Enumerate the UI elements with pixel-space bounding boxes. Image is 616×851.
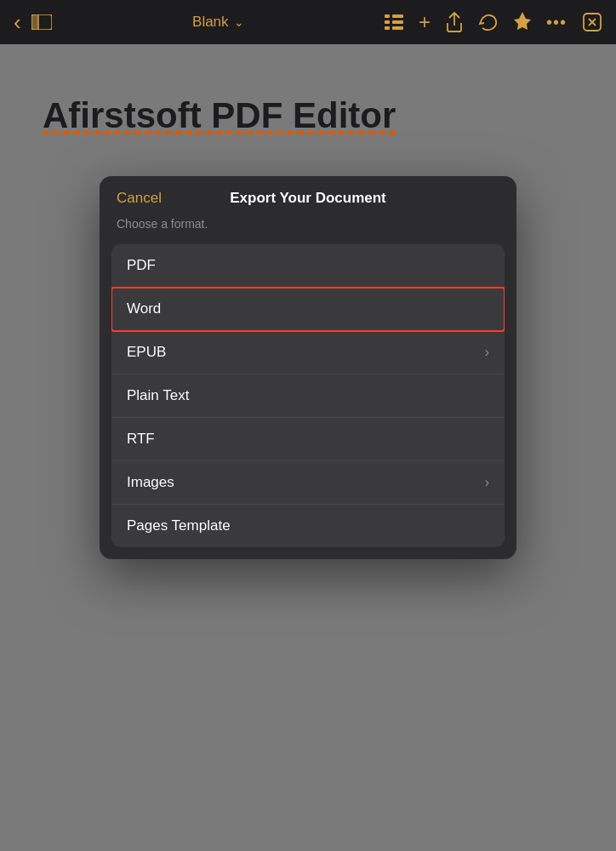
svg-rect-8 (392, 26, 403, 30)
cancel-button[interactable]: Cancel (117, 190, 162, 207)
title-chevron-icon[interactable]: ⌄ (234, 15, 244, 29)
format-label-word: Word (127, 300, 161, 317)
svg-rect-4 (392, 14, 403, 18)
format-label-pdf: PDF (127, 257, 156, 274)
nav-center-group: Blank ⌄ (192, 14, 244, 31)
format-label-images: Images (127, 474, 174, 491)
modal-overlay: Cancel Export Your Document Choose a for… (0, 44, 616, 851)
nav-left-group: ‹ (14, 9, 52, 36)
svg-rect-7 (385, 26, 390, 30)
svg-rect-1 (31, 14, 38, 30)
format-item-pages-template[interactable]: Pages Template (111, 505, 505, 547)
modal-header: Cancel Export Your Document (100, 176, 516, 217)
format-item-word[interactable]: Word (111, 288, 505, 331)
format-label-rtf: RTF (127, 431, 155, 448)
back-button[interactable]: ‹ (14, 9, 21, 36)
epub-chevron-icon: › (485, 345, 489, 360)
format-list: PDF Word EPUB › Plain Text RTF (111, 244, 505, 547)
svg-rect-3 (385, 14, 390, 18)
format-label-pages-template: Pages Template (127, 517, 231, 534)
nav-bar: ‹ Blank ⌄ + (0, 0, 616, 44)
list-view-button[interactable] (385, 14, 403, 30)
share-button[interactable] (446, 12, 463, 32)
tools-button[interactable] (582, 12, 602, 32)
nav-right-group: + ••• (385, 10, 602, 34)
modal-title: Export Your Document (230, 190, 386, 207)
document-title-nav[interactable]: Blank (192, 14, 229, 31)
format-label-epub: EPUB (127, 344, 166, 361)
format-item-rtf[interactable]: RTF (111, 418, 505, 461)
svg-rect-5 (385, 20, 390, 24)
main-content: Afirstsoft PDF Editor Cancel Export Your… (0, 44, 616, 851)
format-label-plain-text: Plain Text (127, 387, 189, 404)
undo-button[interactable] (478, 13, 499, 31)
format-item-images[interactable]: Images › (111, 461, 505, 505)
pin-button[interactable] (514, 12, 531, 32)
add-button[interactable]: + (419, 10, 431, 34)
sidebar-toggle-button[interactable] (31, 14, 52, 30)
export-modal: Cancel Export Your Document Choose a for… (100, 176, 516, 559)
format-item-pdf[interactable]: PDF (111, 244, 505, 288)
images-chevron-icon: › (485, 475, 489, 490)
more-button[interactable]: ••• (546, 13, 567, 32)
modal-subtitle: Choose a format. (100, 217, 516, 244)
format-item-plain-text[interactable]: Plain Text (111, 374, 505, 418)
svg-rect-6 (392, 20, 403, 24)
format-item-epub[interactable]: EPUB › (111, 331, 505, 374)
